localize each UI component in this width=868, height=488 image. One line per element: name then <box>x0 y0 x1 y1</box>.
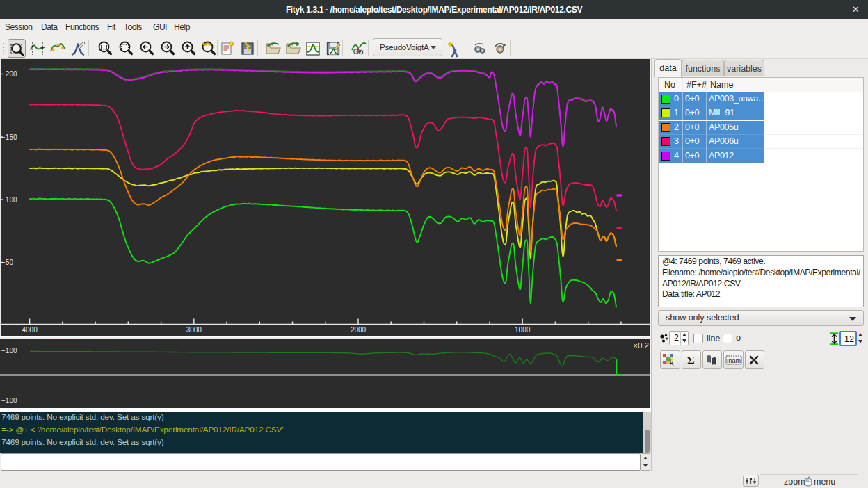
svg-text:Inam: Inam <box>727 357 741 364</box>
svg-text:−150: −150 <box>1 133 17 141</box>
svg-text:4000: 4000 <box>22 326 38 334</box>
svg-text:2000: 2000 <box>351 326 367 334</box>
svg-text:−100: −100 <box>1 347 17 355</box>
svg-text:−100: −100 <box>1 397 17 405</box>
svg-text:Σ: Σ <box>686 354 694 367</box>
svg-text:−200: −200 <box>1 70 17 78</box>
svg-text:3000: 3000 <box>186 326 202 334</box>
svg-text:×0.2: ×0.2 <box>633 341 649 350</box>
svg-text:1000: 1000 <box>515 326 531 334</box>
svg-text:−100: −100 <box>1 196 17 204</box>
